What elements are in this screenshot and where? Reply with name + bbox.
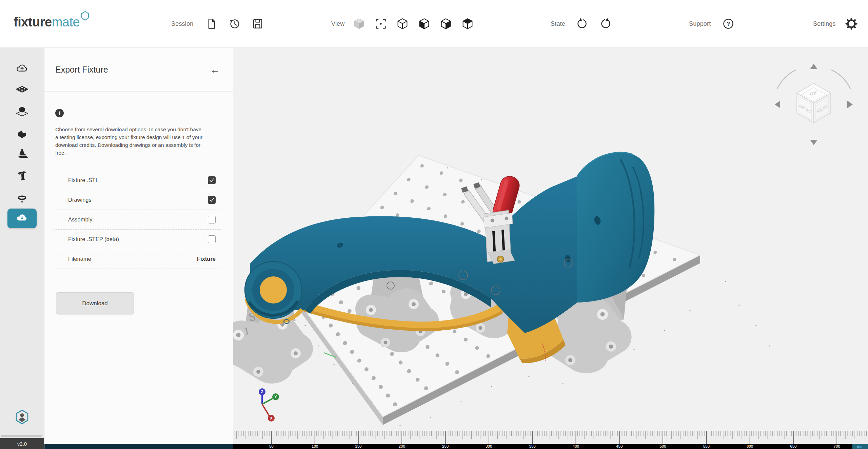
viewcube-arrow-left[interactable] xyxy=(775,101,780,108)
ruler-number: 700 xyxy=(834,444,840,449)
svg-text:?: ? xyxy=(727,21,730,27)
option-row-fixture-step[interactable]: Fixture .STEP (beta) xyxy=(54,230,221,249)
logo-hexagon-icon xyxy=(81,11,90,21)
new-session-button[interactable] xyxy=(204,16,219,31)
option-label: Drawings xyxy=(68,197,208,203)
viewcube-rotate-cw-arc[interactable] xyxy=(831,70,850,89)
session-history-button[interactable] xyxy=(227,16,242,31)
ruler-number: 300 xyxy=(486,444,492,449)
support-group: Support ? xyxy=(689,0,736,47)
logo-text-fixture: fixture xyxy=(14,15,52,30)
assembly-checkbox[interactable] xyxy=(208,216,216,223)
profile-hexagon-icon xyxy=(14,409,30,425)
state-group: State xyxy=(551,0,613,47)
ruler-number: 650 xyxy=(790,444,796,449)
baseplate-icon xyxy=(15,83,29,97)
cube-right-face-icon xyxy=(439,16,453,31)
viewcube-rotate-ccw-arc[interactable] xyxy=(777,70,796,89)
viewcube-arrow-up[interactable] xyxy=(810,64,817,69)
new-file-icon xyxy=(205,16,218,31)
filename-value[interactable]: Fixture xyxy=(197,256,216,262)
fixture-step-checkbox[interactable] xyxy=(208,235,216,243)
fixture-model[interactable]: S 1 xyxy=(233,152,770,431)
session-label: Session xyxy=(171,20,193,27)
viewport-canvas[interactable]: S 1 xyxy=(233,48,868,431)
save-session-button[interactable] xyxy=(250,16,265,31)
sidebar-item-supports[interactable] xyxy=(7,123,37,143)
sidebar-item-toggle-clamps[interactable] xyxy=(7,166,37,186)
logo-text-mate: mate xyxy=(52,15,80,30)
export-panel: Export Fixture ← i Choose from several d… xyxy=(44,47,233,449)
isometric-view-button[interactable] xyxy=(395,16,410,31)
app-logo: fixturemate xyxy=(14,0,90,62)
cloud-upload-icon xyxy=(15,62,29,76)
settings-button[interactable] xyxy=(844,16,859,31)
shaded-view-icon xyxy=(352,16,366,31)
sidebar-item-baseplate[interactable] xyxy=(7,80,37,100)
sidebar-item-export[interactable] xyxy=(7,209,37,228)
redo-icon xyxy=(599,16,613,31)
left-view-button[interactable] xyxy=(417,16,432,31)
info-icon: i xyxy=(55,109,64,117)
panel-title: Export Fixture xyxy=(55,64,108,74)
download-button[interactable]: Download xyxy=(56,292,134,314)
sidebar-scroll-thumb[interactable] xyxy=(1,435,42,437)
view-cube[interactable]: TOP FRONT RIGHT xyxy=(775,64,853,145)
cube-left-face-icon xyxy=(417,16,431,31)
back-arrow-button[interactable]: ← xyxy=(210,64,220,75)
horizontal-ruler: 5010015020025030035040045050055060065070… xyxy=(233,431,868,449)
sidebar-items xyxy=(0,47,44,230)
option-row-filename[interactable]: Filename Fixture xyxy=(54,249,221,269)
option-row-fixture-stl[interactable]: Fixture .STL xyxy=(54,171,221,190)
redo-button[interactable] xyxy=(598,16,613,31)
fixture-stl-checkbox[interactable] xyxy=(208,176,216,184)
undo-button[interactable] xyxy=(574,16,589,31)
option-label: Assembly xyxy=(68,216,208,223)
drawings-checkbox[interactable] xyxy=(208,196,216,204)
ruler-number: 450 xyxy=(616,444,623,449)
option-label: Fixture .STEP (beta) xyxy=(68,236,208,242)
support-block-icon xyxy=(15,126,29,140)
ruler-number: 400 xyxy=(573,444,579,449)
help-button[interactable]: ? xyxy=(721,16,736,31)
undo-icon xyxy=(575,16,589,31)
ruler-number: 150 xyxy=(355,444,361,449)
ruler-number: 250 xyxy=(442,444,449,449)
shaded-view-button[interactable] xyxy=(352,16,367,31)
version-badge: v2.0 xyxy=(0,438,44,449)
ring-arrow-icon xyxy=(15,190,29,204)
export-options-list: Fixture .STL Drawings Assembly Fixture .… xyxy=(54,171,221,269)
session-group: Session xyxy=(171,0,265,47)
viewcube-arrow-right[interactable] xyxy=(847,101,853,108)
ruler-number: 200 xyxy=(399,444,405,449)
ruler-number: 350 xyxy=(529,444,536,449)
sidebar-item-labels[interactable] xyxy=(7,187,37,207)
zoom-fit-icon xyxy=(374,16,388,31)
x-axis-label: X xyxy=(270,416,273,420)
viewport-3d[interactable]: S 1 xyxy=(233,48,868,431)
help-icon: ? xyxy=(721,16,736,32)
ruler-number: 600 xyxy=(747,444,753,449)
z-axis-label: Z xyxy=(261,390,263,394)
save-icon xyxy=(251,16,264,31)
toggle-clamp-icon xyxy=(15,169,29,182)
option-row-assembly[interactable]: Assembly xyxy=(54,210,221,230)
settings-label: Settings xyxy=(813,20,836,27)
viewcube-arrow-down[interactable] xyxy=(810,140,817,145)
sidebar-item-clamps[interactable] xyxy=(7,144,37,164)
ruler-ticks xyxy=(233,431,868,444)
view-label: View xyxy=(331,20,345,27)
option-label: Filename xyxy=(68,256,197,262)
profile-button[interactable] xyxy=(0,409,44,425)
ruler-number: 550 xyxy=(703,444,710,449)
bottom-status-strip xyxy=(44,444,233,449)
option-label: Fixture .STL xyxy=(68,177,208,183)
zoom-fit-button[interactable] xyxy=(373,16,388,31)
top-view-button[interactable] xyxy=(460,16,475,31)
right-view-button[interactable] xyxy=(438,16,453,31)
sidebar-item-part-orientation[interactable] xyxy=(7,102,37,121)
gear-icon xyxy=(844,16,859,32)
wireframe-cube-icon xyxy=(395,16,410,31)
part-on-plate-icon xyxy=(15,105,29,118)
option-row-drawings[interactable]: Drawings xyxy=(54,190,221,210)
